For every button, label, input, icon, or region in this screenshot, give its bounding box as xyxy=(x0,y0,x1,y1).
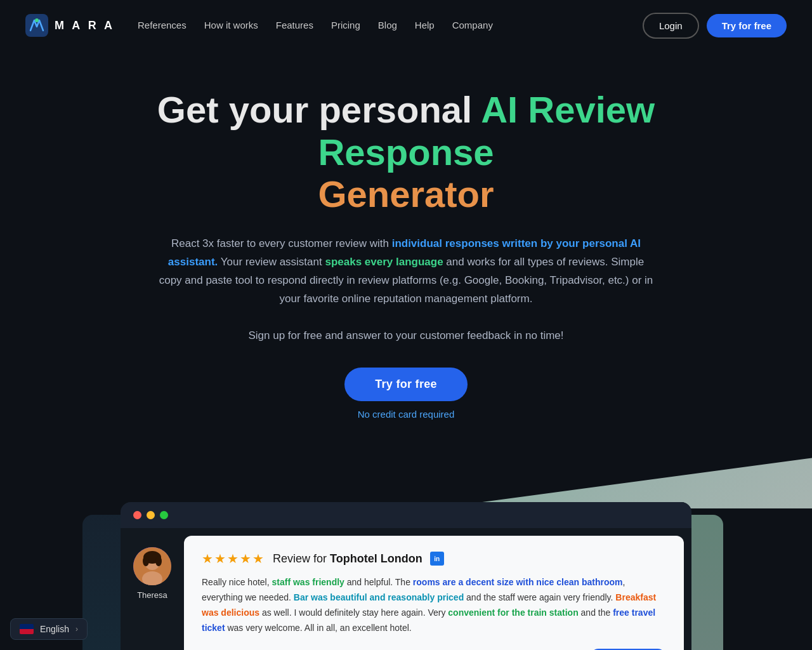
review-t1: Really nice hotel, xyxy=(202,577,272,587)
review-t2: staff was friendly xyxy=(272,577,344,587)
try-for-free-hero-button[interactable]: Try for free xyxy=(344,368,468,401)
review-text: Really nice hotel, staff was friendly an… xyxy=(202,575,666,635)
desc-part2: Your review assistant xyxy=(218,256,325,268)
desc-part1: React 3x faster to every customer review… xyxy=(171,237,392,249)
login-button[interactable]: Login xyxy=(643,13,699,39)
nav-company[interactable]: Company xyxy=(452,20,493,30)
nav-references[interactable]: References xyxy=(138,20,187,30)
review-stars: ★★★★★ xyxy=(202,551,265,566)
headline-prefix: Get your personal xyxy=(157,89,481,130)
hotel-name: Tophotel London xyxy=(330,552,422,565)
review-t9: as well. I would definitely stay here ag… xyxy=(259,607,448,618)
nav-help[interactable]: Help xyxy=(415,20,435,30)
no-credit-text: No credit card required xyxy=(358,409,455,420)
deco-shape xyxy=(400,458,812,508)
hero-headline: Get your personal AI Review Response Gen… xyxy=(146,89,666,216)
review-t6: Bar was beautiful and reasonably priced xyxy=(294,592,464,602)
dot-yellow xyxy=(147,511,155,519)
hero-section: Get your personal AI Review Response Gen… xyxy=(121,51,691,445)
language-label: English xyxy=(40,624,69,634)
deco-container xyxy=(0,458,812,508)
navbar: M A R A References How it works Features… xyxy=(0,0,812,51)
logo-text: M A R A xyxy=(55,19,115,32)
svg-point-6 xyxy=(143,556,149,566)
language-selector[interactable]: English › xyxy=(10,618,88,640)
hero-description: React 3x faster to every customer review… xyxy=(159,235,653,345)
demo-section: Theresa ★★★★★ Review for Tophotel London… xyxy=(0,502,812,650)
review-header: ★★★★★ Review for Tophotel London in xyxy=(202,551,666,566)
svg-point-1 xyxy=(35,18,39,22)
flag-icon xyxy=(20,624,34,634)
svg-point-7 xyxy=(155,556,162,566)
review-panel: ★★★★★ Review for Tophotel London in Real… xyxy=(184,536,684,650)
desc-signup: Sign up for free and answer to your cust… xyxy=(248,329,563,342)
review-t4: rooms are a decent size with nice clean … xyxy=(413,577,623,587)
chevron-right-icon: › xyxy=(75,625,78,633)
review-t10: convenient for the train station xyxy=(448,607,578,618)
nav-links: References How it works Features Pricing… xyxy=(138,20,493,31)
hero-cta: Try for free No credit card required xyxy=(146,368,666,420)
dot-red xyxy=(133,511,141,519)
review-t3: and helpful. The xyxy=(344,577,413,587)
nav-pricing[interactable]: Pricing xyxy=(331,20,360,30)
review-t11: and the xyxy=(579,607,613,618)
desc-highlight2: speaks every language xyxy=(325,256,443,268)
reviewer-name: Theresa xyxy=(137,590,167,600)
nav-how-it-works[interactable]: How it works xyxy=(204,20,258,30)
avatar xyxy=(133,547,171,585)
review-t7: and the staff were again very friendly. xyxy=(464,592,615,602)
demo-card-titlebar xyxy=(121,502,691,528)
nav-right: Login Try for free xyxy=(643,13,787,39)
nav-features[interactable]: Features xyxy=(276,20,313,30)
logo[interactable]: M A R A xyxy=(25,14,115,37)
try-for-free-nav-button[interactable]: Try for free xyxy=(707,14,787,37)
hotel-icon: in xyxy=(430,552,444,566)
headline-generator: Generator xyxy=(318,173,494,215)
demo-card: Theresa ★★★★★ Review for Tophotel London… xyxy=(121,502,691,650)
demo-card-body: Theresa ★★★★★ Review for Tophotel London… xyxy=(121,528,691,650)
demo-card-wrapper: Theresa ★★★★★ Review for Tophotel London… xyxy=(121,502,691,650)
dot-green-dot xyxy=(160,511,168,519)
review-for-prefix: Review for xyxy=(273,552,330,565)
nav-blog[interactable]: Blog xyxy=(378,20,397,30)
review-title: Review for Tophotel London xyxy=(273,552,422,566)
avatar-panel: Theresa xyxy=(121,528,184,650)
nav-left: M A R A References How it works Features… xyxy=(25,14,493,37)
review-t13: was very welcome. All in all, an excelle… xyxy=(225,623,412,633)
